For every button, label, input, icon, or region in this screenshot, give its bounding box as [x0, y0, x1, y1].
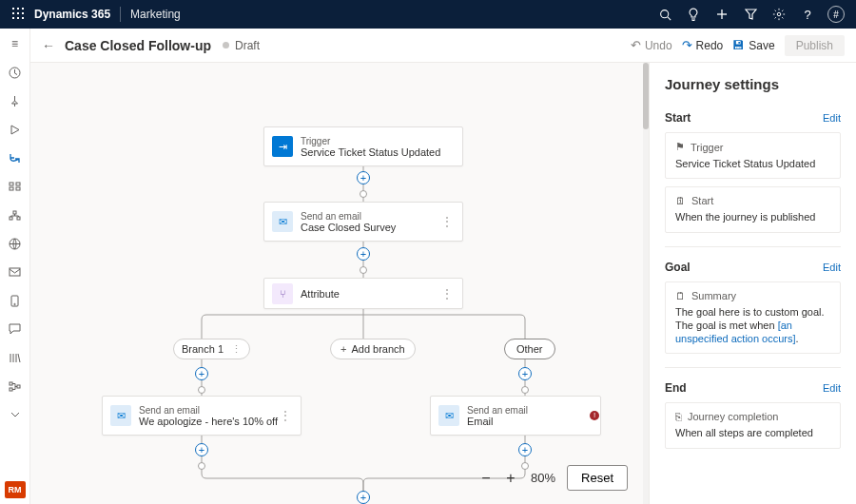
svg-rect-3	[12, 12, 14, 14]
completion-card[interactable]: ⎘Journey completion When all steps are c…	[665, 402, 841, 448]
card-value: The goal here is to custom goal. The goa…	[675, 305, 830, 346]
segments-icon[interactable]	[6, 179, 25, 194]
command-bar: ↶Undo ↷Redo 💾︎Save Publish	[631, 35, 845, 56]
menu-icon[interactable]: ≡	[6, 36, 25, 51]
journey-icon[interactable]	[6, 150, 25, 165]
help-icon[interactable]: ?	[793, 0, 822, 29]
panel-divider	[665, 246, 841, 247]
svg-rect-2	[22, 8, 24, 10]
add-step-button[interactable]: +	[357, 171, 370, 184]
node-title: Case Closed Survey	[301, 222, 396, 233]
zoom-out-button[interactable]: −	[477, 470, 495, 487]
undo-button[interactable]: ↶Undo	[631, 38, 672, 52]
persona-badge[interactable]: RM	[5, 481, 26, 498]
device-icon[interactable]	[6, 293, 25, 308]
card-label: Summary	[691, 290, 736, 301]
scrollbar-thumb[interactable]	[643, 63, 649, 129]
svg-rect-1	[17, 8, 19, 10]
start-card[interactable]: 🗓︎Start When the journey is published	[665, 186, 841, 232]
card-value: When all steps are completed	[675, 426, 830, 439]
card-label: Start	[691, 195, 713, 206]
play-icon[interactable]	[6, 122, 25, 137]
brand-divider	[120, 7, 121, 22]
recent-icon[interactable]	[6, 65, 25, 80]
trigger-card[interactable]: ⚑Trigger Service Ticket Status Updated	[665, 132, 841, 179]
node-label: Trigger	[301, 136, 440, 146]
email-node-generic[interactable]: ✉ Send an email Email	[430, 396, 601, 436]
add-step-button[interactable]: +	[357, 247, 370, 261]
attribute-icon: ⑂	[272, 283, 293, 304]
svg-rect-19	[13, 211, 16, 214]
module-label[interactable]: Marketing	[130, 8, 181, 21]
back-button[interactable]: ←	[42, 38, 55, 53]
pill-label: Branch 1	[182, 343, 224, 355]
email-node-1[interactable]: ✉ Send an email Case Closed Survey ⋮	[263, 202, 463, 242]
add-step-button[interactable]: +	[195, 443, 208, 456]
hierarchy-icon[interactable]	[6, 378, 25, 394]
edit-end-link[interactable]: Edit	[823, 382, 841, 394]
globe-icon[interactable]	[6, 236, 25, 251]
add-icon[interactable]	[708, 0, 736, 29]
other-pill[interactable]: Other	[504, 339, 555, 359]
node-title: We apologize - here's 10% off	[139, 416, 278, 427]
settings-icon[interactable]	[765, 0, 793, 29]
add-step-button[interactable]: +	[518, 367, 532, 380]
email-icon: ✉	[110, 405, 131, 426]
node-title: Service Ticket Status Updated	[301, 146, 440, 158]
pill-label: Other	[516, 343, 543, 355]
add-step-button[interactable]: +	[518, 443, 532, 456]
left-nav: ≡ RM	[0, 29, 30, 504]
svg-point-9	[660, 10, 668, 17]
topbar-actions: ? #	[651, 0, 850, 29]
lightbulb-icon[interactable]	[679, 0, 708, 29]
reset-zoom-button[interactable]: Reset	[567, 465, 628, 491]
page-header: ← Case Closed Follow-up Draft ↶Undo ↷Red…	[30, 29, 856, 63]
end-section-label: End	[665, 381, 687, 395]
trigger-node[interactable]: ⇥ Trigger Service Ticket Status Updated	[263, 126, 463, 166]
add-step-button[interactable]: +	[357, 491, 370, 504]
connector-dot	[198, 386, 205, 394]
settings-panel: Journey settings Start Edit ⚑Trigger Ser…	[649, 63, 856, 504]
email-icon: ✉	[438, 405, 459, 426]
branch-pill[interactable]: Branch 1 ⋮	[173, 339, 250, 359]
svg-rect-15	[10, 183, 13, 185]
summary-card[interactable]: 🗒︎Summary The goal here is to custom goa…	[665, 281, 841, 355]
svg-point-13	[777, 12, 781, 16]
email-node-apology[interactable]: ✉ Send an email We apologize - here's 10…	[102, 396, 302, 436]
journey-canvas[interactable]: ⇥ Trigger Service Ticket Status Updated …	[30, 63, 649, 504]
add-branch-pill[interactable]: + Add branch	[330, 339, 416, 359]
edit-start-link[interactable]: Edit	[823, 112, 841, 124]
redo-button[interactable]: ↷Redo	[682, 38, 724, 52]
svg-rect-8	[22, 17, 24, 19]
start-section-label: Start	[665, 111, 691, 125]
filter-icon[interactable]	[736, 0, 765, 29]
svg-rect-7	[17, 17, 19, 19]
chat-icon[interactable]	[6, 321, 25, 337]
svg-rect-27	[10, 388, 12, 391]
waffle-icon[interactable]	[6, 8, 30, 22]
page-title: Case Closed Follow-up	[65, 38, 211, 53]
search-icon[interactable]	[651, 0, 679, 29]
zoom-controls: − + 80% Reset	[477, 465, 628, 491]
edit-goal-link[interactable]: Edit	[823, 262, 841, 273]
attribute-node[interactable]: ⑂ Attribute ⋮	[263, 278, 463, 309]
node-menu-button[interactable]: ⋮	[439, 215, 455, 228]
connector-dot	[360, 190, 367, 198]
library-icon[interactable]	[6, 350, 25, 365]
error-badge[interactable]: !	[590, 411, 599, 420]
add-step-button[interactable]: +	[195, 367, 208, 380]
node-label: Send an email	[139, 405, 278, 416]
zoom-in-button[interactable]: +	[502, 470, 519, 487]
emails-icon[interactable]	[6, 264, 25, 280]
goal-section-label: Goal	[665, 261, 691, 274]
save-button[interactable]: 💾︎Save	[732, 38, 774, 52]
pin-icon[interactable]	[6, 93, 25, 108]
flow-icon[interactable]	[6, 207, 25, 223]
node-menu-button[interactable]: ⋮	[278, 409, 293, 422]
account-badge[interactable]: #	[822, 0, 850, 29]
email-icon: ✉	[272, 211, 293, 232]
status-label: Draft	[235, 39, 260, 52]
node-menu-button[interactable]: ⋮	[439, 287, 455, 300]
pill-menu-button[interactable]: ⋮	[231, 343, 242, 356]
chevron-down-icon[interactable]	[6, 407, 25, 422]
